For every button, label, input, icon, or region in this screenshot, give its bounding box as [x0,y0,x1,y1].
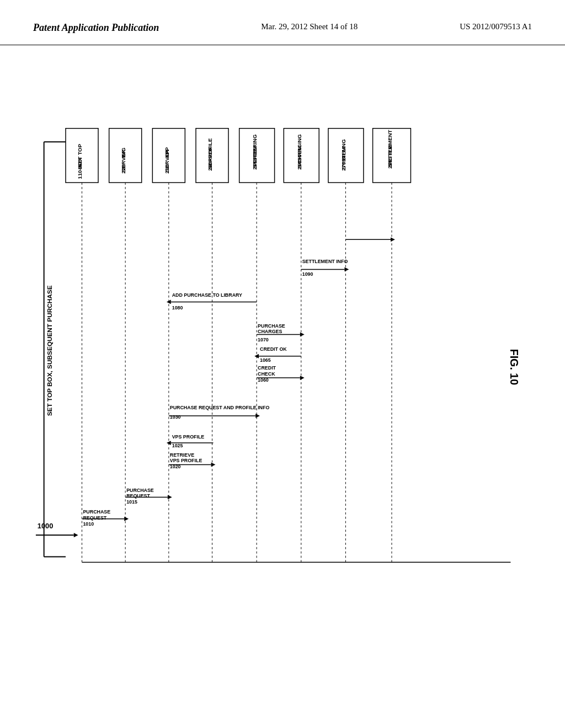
svg-text:PURCHASE: PURCHASE [126,488,154,493]
svg-text:1090: 1090 [302,271,313,277]
svg-text:275: 275 [387,159,393,169]
diagram-area: 1000 SET TOP BOX, SUBSEQUENT PURCHASE SE… [33,77,554,684]
svg-marker-75 [255,414,260,418]
svg-text:PURCHASE: PURCHASE [258,323,285,329]
svg-text:250: 250 [296,160,302,170]
svg-text:VPS PROFILE: VPS PROFILE [172,434,205,440]
svg-text:CHARGES: CHARGES [258,329,282,334]
svg-text:RETRIEVE: RETRIEVE [170,452,194,458]
svg-text:210: 210 [164,164,170,174]
page-header: Patent Application Publication Mar. 29, … [0,0,565,45]
svg-text:1060: 1060 [258,377,269,383]
svg-text:SETTLEMENT INFO: SETTLEMENT INFO [302,259,348,264]
svg-marker-97 [344,267,349,271]
svg-text:PURCHASE: PURCHASE [83,509,110,515]
svg-marker-61 [168,495,172,499]
publication-label: Patent Application Publication [33,22,159,34]
svg-text:FIG. 10: FIG. 10 [508,349,520,386]
svg-text:110-A: 110-A [77,164,83,179]
svg-text:265: 265 [252,160,258,170]
svg-text:VPS PROFILE: VPS PROFILE [170,458,202,463]
svg-text:1025: 1025 [172,443,183,448]
svg-text:1070: 1070 [258,337,269,342]
sequence-diagram: 1000 SET TOP BOX, SUBSEQUENT PURCHASE SE… [33,77,554,684]
sheet-info: Mar. 29, 2012 Sheet 14 of 18 [261,22,358,31]
svg-text:260: 260 [207,162,214,171]
svg-marker-66 [211,462,216,467]
svg-text:1015: 1015 [126,499,137,505]
patent-number: US 2012/0079513 A1 [460,22,532,31]
svg-marker-79 [300,376,305,380]
svg-text:1020: 1020 [170,464,181,469]
svg-marker-88 [300,332,305,336]
svg-text:CREDIT OK: CREDIT OK [260,346,287,352]
svg-text:1010: 1010 [83,521,94,527]
svg-text:PURCHASE REQUEST AND PROFILE I: PURCHASE REQUEST AND PROFILE INFO [170,405,270,410]
svg-text:REQUEST: REQUEST [126,493,150,499]
svg-text:270: 270 [340,162,347,171]
svg-text:REQUEST: REQUEST [83,515,106,521]
svg-text:CREDIT: CREDIT [258,365,276,371]
svg-marker-56 [124,517,129,521]
svg-marker-4 [74,533,78,537]
svg-text:1030: 1030 [170,414,181,420]
svg-text:1080: 1080 [172,305,183,311]
svg-text:1000: 1000 [38,522,53,530]
svg-text:1065: 1065 [260,357,271,363]
svg-text:SET TOP BOX, SUBSEQUENT PURCHA: SET TOP BOX, SUBSEQUENT PURCHASE [46,285,54,416]
svg-text:ADD PURCHASE TO LIBRARY: ADD PURCHASE TO LIBRARY [172,292,242,298]
svg-marker-101 [391,237,395,242]
svg-text:220: 220 [120,164,126,174]
svg-text:CHECK: CHECK [258,371,275,377]
